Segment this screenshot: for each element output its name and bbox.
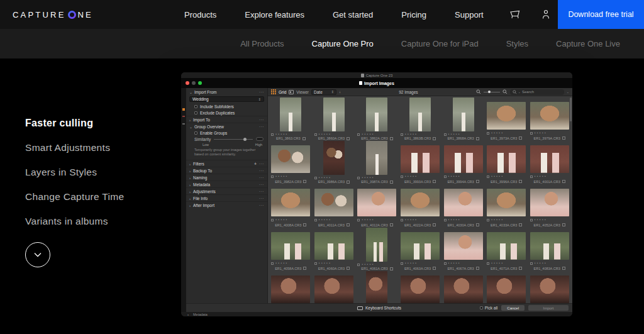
grid-view-label[interactable]: Grid <box>279 90 286 94</box>
select-checkbox[interactable] <box>357 219 360 221</box>
more-menu-icon[interactable] <box>259 196 264 201</box>
section-backup-to[interactable]: Backup To <box>186 167 267 174</box>
photo-thumbnail[interactable] <box>323 141 345 175</box>
subnav-item-all-products[interactable]: All Products <box>240 39 284 48</box>
select-checkbox[interactable] <box>314 262 317 265</box>
pick-checkbox[interactable] <box>433 180 436 183</box>
pick-checkbox[interactable] <box>390 267 393 270</box>
star-rating[interactable] <box>405 218 418 221</box>
import-button[interactable]: Import <box>528 305 569 311</box>
slider-knob[interactable] <box>243 138 247 141</box>
photo-thumbnail[interactable] <box>314 189 353 216</box>
pick-checkbox[interactable] <box>347 181 350 184</box>
enable-groups-checkbox[interactable]: Enable Groups <box>186 130 267 136</box>
section-naming[interactable]: Naming <box>186 174 267 181</box>
subnav-item-styles[interactable]: Styles <box>506 39 528 48</box>
viewer-label[interactable]: Viewer <box>296 90 309 94</box>
photo-thumbnail[interactable] <box>280 97 301 131</box>
photo-thumbnail[interactable] <box>401 276 440 303</box>
nav-item-products[interactable]: Products <box>184 10 216 19</box>
select-checkbox[interactable] <box>401 175 403 178</box>
nav-item-explore-features[interactable]: Explore features <box>245 10 304 19</box>
photo-thumbnail[interactable] <box>487 189 526 216</box>
select-checkbox[interactable] <box>357 177 360 179</box>
pick-checkbox[interactable] <box>347 267 350 270</box>
photo-thumbnail[interactable] <box>530 232 569 260</box>
photo-thumbnail[interactable] <box>444 232 483 260</box>
minimize-window-icon[interactable] <box>192 81 196 85</box>
pick-checkbox[interactable] <box>476 137 479 140</box>
select-checkbox[interactable] <box>444 219 447 221</box>
photo-thumbnail[interactable] <box>314 276 353 303</box>
section-after-import[interactable]: After Import <box>186 201 267 208</box>
star-rating[interactable] <box>275 262 288 265</box>
photo-thumbnail[interactable] <box>530 276 569 303</box>
select-checkbox[interactable] <box>271 133 274 136</box>
search-input[interactable]: ⌄ Search <box>510 89 564 95</box>
pick-checkbox[interactable] <box>347 137 350 140</box>
section-import-to[interactable]: Import To <box>186 116 267 123</box>
pick-checkbox[interactable] <box>433 223 436 226</box>
photo-thumbnail[interactable] <box>401 189 440 216</box>
exclude-duplicates-checkbox[interactable]: Exclude Duplicates <box>186 109 267 116</box>
sort-by-select[interactable]: Date <box>311 89 336 95</box>
more-menu-icon[interactable] <box>259 182 264 187</box>
download-free-trial-button[interactable]: Download free trial <box>558 0 644 29</box>
star-rating[interactable] <box>275 218 288 221</box>
pick-checkbox[interactable] <box>476 267 479 270</box>
select-checkbox[interactable] <box>357 133 360 136</box>
thumbnail-zoom-slider[interactable] <box>484 92 500 92</box>
photo-thumbnail[interactable] <box>314 232 353 260</box>
pick-checkbox[interactable] <box>303 137 306 140</box>
feature-item-faster-culling[interactable]: Faster culling <box>25 118 124 129</box>
star-rating[interactable] <box>491 175 504 178</box>
photo-thumbnail[interactable] <box>487 145 526 173</box>
pick-checkbox[interactable] <box>433 267 436 270</box>
more-menu-icon[interactable] <box>259 90 264 94</box>
section-metadata[interactable]: Metadata <box>186 181 267 187</box>
nav-item-support[interactable]: Support <box>455 10 484 19</box>
subnav-item-capture-one-pro[interactable]: Capture One Pro <box>312 39 374 48</box>
star-rating[interactable] <box>535 175 547 178</box>
pick-checkbox[interactable] <box>303 180 306 183</box>
select-checkbox[interactable] <box>271 175 274 178</box>
star-rating[interactable] <box>362 133 374 136</box>
pick-checkbox[interactable] <box>390 137 393 140</box>
star-rating[interactable] <box>448 133 461 136</box>
similarity-slider[interactable] <box>214 139 253 140</box>
import-source-select[interactable]: Wedding <box>189 96 264 102</box>
slider-knob[interactable] <box>488 91 491 93</box>
star-rating[interactable] <box>448 262 461 265</box>
star-rating[interactable] <box>362 176 374 179</box>
star-rating[interactable] <box>405 175 418 178</box>
section-file-info[interactable]: File Info <box>186 194 267 201</box>
more-menu-icon[interactable] <box>259 203 264 208</box>
zoom-in-icon[interactable] <box>502 89 508 95</box>
pick-checkbox[interactable] <box>347 223 350 226</box>
zoom-window-icon[interactable] <box>198 81 202 85</box>
more-menu-icon[interactable] <box>259 189 264 194</box>
select-checkbox[interactable] <box>444 133 447 136</box>
select-checkbox[interactable] <box>314 177 317 179</box>
photo-thumbnail[interactable] <box>357 189 396 216</box>
viewer-icon[interactable] <box>289 90 294 94</box>
photo-thumbnail[interactable] <box>366 141 387 175</box>
pick-checkbox[interactable] <box>519 223 522 226</box>
select-checkbox[interactable] <box>530 175 533 178</box>
select-checkbox[interactable] <box>487 175 489 178</box>
photo-thumbnail[interactable] <box>409 97 431 131</box>
star-rating[interactable] <box>275 133 288 136</box>
star-rating[interactable] <box>535 131 547 135</box>
photo-thumbnail[interactable] <box>401 145 440 173</box>
photo-thumbnail[interactable] <box>271 189 310 216</box>
pick-checkbox[interactable] <box>519 267 522 270</box>
pick-all-checkbox[interactable]: Pick all <box>480 306 498 310</box>
feature-item-smart-adjustments[interactable]: Smart Adjustments <box>25 142 124 153</box>
photo-thumbnail[interactable] <box>366 97 387 131</box>
star-rating[interactable] <box>362 218 374 221</box>
feature-item-change-capture-time[interactable]: Change Capture Time <box>25 191 124 203</box>
pick-checkbox[interactable] <box>476 223 479 226</box>
photo-thumbnail[interactable] <box>444 276 483 303</box>
star-rating[interactable] <box>535 262 547 265</box>
star-rating[interactable] <box>491 131 504 135</box>
